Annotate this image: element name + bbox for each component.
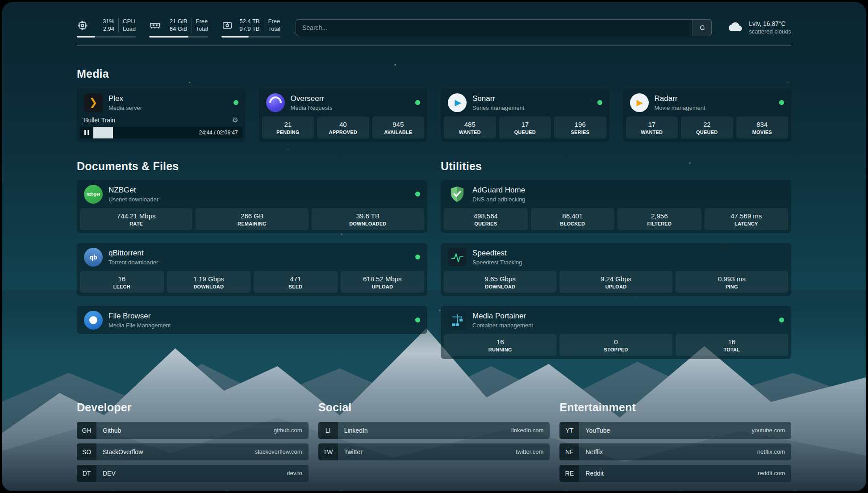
bookmark-netflix[interactable]: NF Netflix netflix.com <box>559 443 791 460</box>
service-name: Sonarr <box>472 94 524 103</box>
stat-box: 485 WANTED <box>444 117 496 138</box>
service-name: AdGuard Home <box>472 186 526 195</box>
developer-section-title: Developer <box>77 401 309 414</box>
service-card-overseerr[interactable]: Overseerr Media Requests 21 PENDING 40 A… <box>259 88 428 142</box>
service-card-portainer[interactable]: Media Portainer Container management 16 … <box>441 306 791 359</box>
section-developer: Developer GH Github github.com SO StackO… <box>77 401 309 486</box>
adguard-shield-icon <box>448 185 467 204</box>
service-description: Media server <box>108 104 142 111</box>
bookmark-domain: dev.to <box>287 470 308 476</box>
social-section-title: Social <box>318 401 550 414</box>
resource-widgets: 31% 2.94 CPU Load <box>77 18 280 38</box>
overseerr-icon <box>266 93 285 112</box>
weather-widget: Lviv, 16.87°C scattered clouds <box>727 20 791 35</box>
stat-box: 471 SEED <box>254 271 338 293</box>
utilities-section-title: Utilities <box>441 160 791 173</box>
memory-widget: 21 GiB 64 GiB Free Total <box>149 18 208 38</box>
disk-free: 52.4 TB <box>239 18 259 25</box>
disk-label2: Total <box>268 25 280 33</box>
entertainment-section-title: Entertainment <box>559 401 791 414</box>
topbar: 31% 2.94 CPU Load <box>77 18 791 38</box>
bookmark-name: YouTube <box>579 427 616 434</box>
memory-icon <box>149 20 161 31</box>
service-card-nzbget[interactable]: nzbget NZBGet Usenet downloader 744.21 M… <box>77 180 427 233</box>
service-card-radarr[interactable]: Radarr Movie management 17 WANTED 22 QUE… <box>623 88 792 142</box>
service-name: qBittorrent <box>108 249 158 258</box>
search-input[interactable] <box>296 20 693 36</box>
stat-box: 39.6 TB DOWNLOADED <box>312 208 424 230</box>
disk-label: Free <box>268 18 280 25</box>
section-media: Media Plex Media server Bullet Train ⚙ <box>77 67 791 142</box>
media-section-title: Media <box>77 67 791 80</box>
cpu-widget: 31% 2.94 CPU Load <box>77 18 136 38</box>
sonarr-icon <box>448 93 467 112</box>
stat-box: 22 QUEUED <box>681 117 733 138</box>
bookmark-youtube[interactable]: YT YouTube youtube.com <box>559 422 791 439</box>
stat-box: 86,401 BLOCKED <box>531 208 615 230</box>
search-bar: G <box>296 19 712 36</box>
search-provider-button[interactable]: G <box>693 20 711 36</box>
plex-icon <box>84 93 103 112</box>
playback-progress: 24:44 / 02:06:47 <box>80 127 242 138</box>
stat-box: 266 GB REMAINING <box>196 208 308 230</box>
playback-fill <box>93 127 113 138</box>
bookmark-domain: youtube.com <box>752 427 791 434</box>
service-description: Movie management <box>655 104 705 111</box>
memory-progress-bar <box>149 36 208 38</box>
bookmark-abbr: NF <box>559 443 579 460</box>
bookmark-abbr: TW <box>318 443 338 460</box>
stat-box: 16 TOTAL <box>676 334 788 356</box>
bookmark-github[interactable]: GH Github github.com <box>77 422 309 439</box>
bookmark-linkedin[interactable]: LI LinkedIn linkedin.com <box>318 422 550 439</box>
bookmark-reddit[interactable]: RE Reddit reddit.com <box>559 465 791 482</box>
service-card-speedtest[interactable]: Speedtest Speedtest Tracking 9.65 Gbps D… <box>441 243 791 296</box>
bookmark-name: Netflix <box>579 448 609 455</box>
stat-box: 834 MOVIES <box>736 117 789 138</box>
status-dot <box>415 100 420 105</box>
cpu-progress-fill <box>77 36 95 38</box>
bookmark-stackoverflow[interactable]: SO StackOverflow stackoverflow.com <box>77 443 309 460</box>
stat-box: 16 LEECH <box>80 271 164 293</box>
bookmark-name: Github <box>96 427 127 434</box>
service-description: Torrent downloader <box>108 259 158 266</box>
stat-box: 9.24 Gbps UPLOAD <box>559 271 672 293</box>
stat-box: 0.993 ms PING <box>676 271 788 293</box>
memory-progress-fill <box>149 36 188 38</box>
bookmark-name: LinkedIn <box>338 427 374 434</box>
service-card-sonarr[interactable]: Sonarr Series management 485 WANTED 17 Q… <box>441 88 609 142</box>
bookmark-abbr: YT <box>559 422 579 439</box>
service-description: Speedtest Tracking <box>472 259 522 266</box>
stat-box: 618.52 Mbps UPLOAD <box>341 271 425 293</box>
bookmark-domain: linkedin.com <box>511 427 550 434</box>
service-description: Media File Management <box>108 322 171 329</box>
service-description: Series management <box>472 104 524 111</box>
bookmark-dev[interactable]: DT DEV dev.to <box>77 465 309 482</box>
weather-location: Lviv, 16.87°C <box>749 20 791 27</box>
memory-label: Free <box>196 18 208 25</box>
stat-box: 744.21 Mbps RATE <box>80 208 192 230</box>
service-name: Overseerr <box>291 94 333 103</box>
stat-box: 196 SERIES <box>554 117 606 138</box>
bookmark-domain: twitter.com <box>516 448 550 455</box>
bookmark-twitter[interactable]: TW Twitter twitter.com <box>318 443 550 460</box>
filebrowser-icon <box>84 311 103 330</box>
stat-box: 1.19 Gbps DOWNLOAD <box>167 271 251 293</box>
status-dot <box>779 318 784 322</box>
service-card-filebrowser[interactable]: File Browser Media File Management <box>77 306 427 334</box>
bookmark-name: Twitter <box>338 448 369 455</box>
cpu-label: CPU <box>123 18 136 25</box>
memory-total: 64 GiB <box>170 25 188 33</box>
gear-icon[interactable]: ⚙ <box>232 117 238 124</box>
now-playing-title: Bullet Train <box>84 117 115 124</box>
service-card-plex[interactable]: Plex Media server Bullet Train ⚙ <box>77 88 246 142</box>
service-card-qbittorrent[interactable]: qb qBittorrent Torrent downloader 16 LEE… <box>77 243 427 296</box>
bookmark-abbr: LI <box>318 422 338 439</box>
service-card-adguard[interactable]: AdGuard Home DNS and adblocking 498,564 … <box>441 180 791 233</box>
pause-icon[interactable] <box>80 130 93 135</box>
stat-box: 16 RUNNING <box>444 334 556 356</box>
bookmark-name: DEV <box>96 470 122 477</box>
stat-box: 9.65 Gbps DOWNLOAD <box>444 271 556 293</box>
status-dot <box>779 100 784 105</box>
section-social: Social LI LinkedIn linkedin.com TW Twitt… <box>318 401 550 486</box>
bookmark-abbr: SO <box>77 443 96 460</box>
